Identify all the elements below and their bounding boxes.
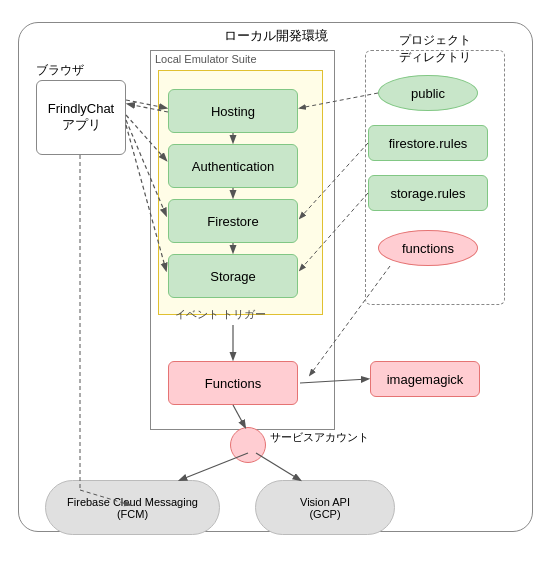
firestore-rules-box: firestore.rules [368, 125, 488, 161]
outer-label: ローカル開発環境 [224, 27, 328, 45]
storage-rules-box: storage.rules [368, 175, 488, 211]
storage-box: Storage [168, 254, 298, 298]
vision-label: Vision API(GCP) [295, 491, 355, 525]
service-account-label: サービスアカウント [270, 430, 369, 445]
vision-cloud: Vision API(GCP) [255, 480, 395, 535]
diagram: ローカル開発環境 ブラウザ FrindlyChatアプリ Local Emula… [0, 0, 551, 571]
firestore-box: Firestore [168, 199, 298, 243]
fcm-cloud: Firebase Cloud Messaging(FCM) [45, 480, 220, 535]
storage-label: Storage [210, 269, 256, 284]
authentication-box: Authentication [168, 144, 298, 188]
functions-ellipse: functions [378, 230, 478, 266]
browser-section-label: ブラウザ [36, 62, 84, 79]
imagemagick-box: imagemagick [370, 361, 480, 397]
app-label: FrindlyChatアプリ [48, 101, 114, 134]
firestore-label: Firestore [207, 214, 258, 229]
app-box: FrindlyChatアプリ [36, 80, 126, 155]
public-ellipse: public [378, 75, 478, 111]
emulator-label: Local Emulator Suite [155, 53, 257, 65]
hosting-box: Hosting [168, 89, 298, 133]
functions-box: Functions [168, 361, 298, 405]
fcm-label: Firebase Cloud Messaging(FCM) [62, 491, 203, 525]
service-account-circle [230, 427, 266, 463]
event-trigger-label: イベント トリガー [175, 307, 266, 322]
